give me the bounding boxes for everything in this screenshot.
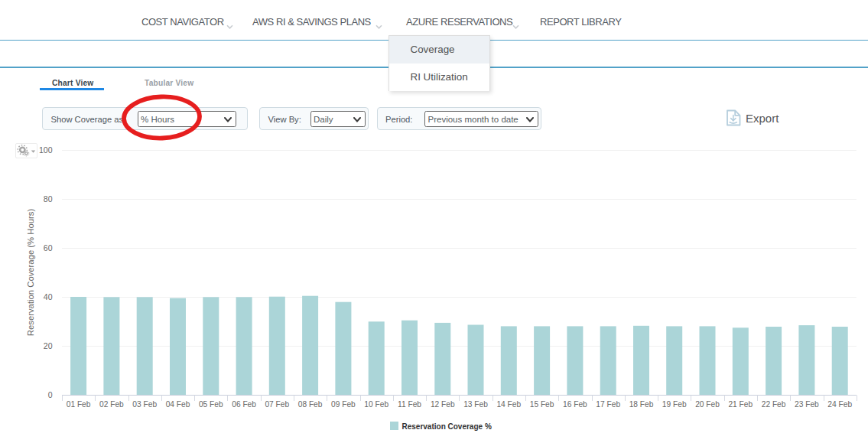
svg-text:22 Feb: 22 Feb xyxy=(762,400,786,409)
svg-text:01 Feb: 01 Feb xyxy=(67,400,91,409)
svg-text:0: 0 xyxy=(48,390,53,399)
svg-text:11 Feb: 11 Feb xyxy=(398,400,421,409)
svg-text:20: 20 xyxy=(44,341,53,350)
svg-text:21 Feb: 21 Feb xyxy=(728,400,753,409)
svg-text:80: 80 xyxy=(44,194,53,204)
svg-text:23 Feb: 23 Feb xyxy=(795,400,819,409)
svg-text:10 Feb: 10 Feb xyxy=(364,400,388,409)
svg-text:03 Feb: 03 Feb xyxy=(132,400,157,409)
svg-text:Reservation Coverage (% Hours): Reservation Coverage (% Hours) xyxy=(26,209,35,337)
svg-text:13 Feb: 13 Feb xyxy=(463,400,488,409)
svg-text:04 Feb: 04 Feb xyxy=(166,400,190,409)
svg-text:17 Feb: 17 Feb xyxy=(596,400,620,409)
svg-text:100: 100 xyxy=(39,145,53,155)
svg-text:07 Feb: 07 Feb xyxy=(265,400,289,409)
svg-text:19 Feb: 19 Feb xyxy=(662,400,687,409)
svg-text:05 Feb: 05 Feb xyxy=(199,400,223,409)
svg-text:20 Feb: 20 Feb xyxy=(695,400,720,409)
svg-text:15 Feb: 15 Feb xyxy=(530,400,554,409)
svg-text:18 Feb: 18 Feb xyxy=(629,400,654,409)
svg-text:02 Feb: 02 Feb xyxy=(99,400,124,409)
svg-text:06 Feb: 06 Feb xyxy=(232,400,256,409)
svg-text:16 Feb: 16 Feb xyxy=(563,400,587,409)
svg-text:12 Feb: 12 Feb xyxy=(431,400,455,409)
svg-text:09 Feb: 09 Feb xyxy=(331,400,356,409)
svg-text:14 Feb: 14 Feb xyxy=(496,400,521,409)
svg-text:08 Feb: 08 Feb xyxy=(298,400,323,409)
svg-text:24 Feb: 24 Feb xyxy=(827,400,852,409)
svg-text:40: 40 xyxy=(44,292,53,301)
svg-text:60: 60 xyxy=(44,243,53,252)
svg-text:Reservation Coverage %: Reservation Coverage % xyxy=(402,422,492,431)
